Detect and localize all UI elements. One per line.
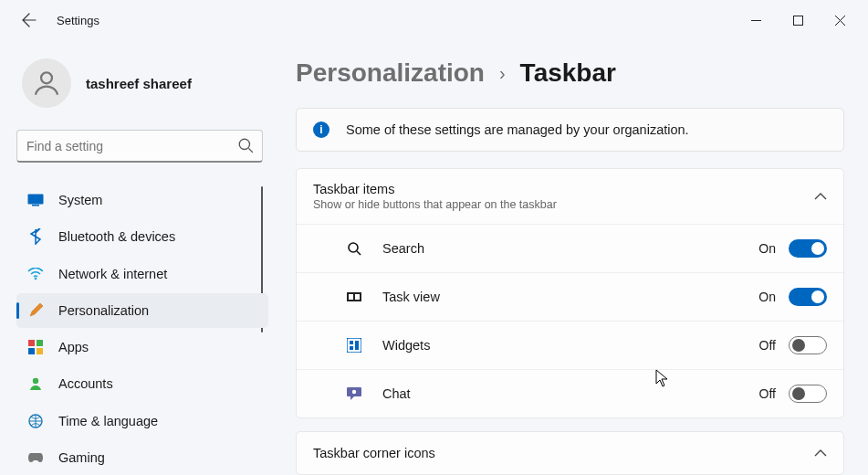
search-box[interactable] [16,130,263,163]
task-view-icon [344,290,364,303]
titlebar: Settings [0,0,868,40]
minimize-icon [751,16,761,26]
close-icon [835,16,845,26]
svg-point-10 [33,378,38,384]
sidebar-item-accounts[interactable]: Accounts [16,366,268,401]
paintbrush-icon [27,302,44,319]
svg-point-12 [349,243,358,252]
bluetooth-icon [27,228,44,245]
sidebar-item-label: Personalization [58,303,149,318]
apps-icon [27,340,44,354]
svg-rect-9 [37,348,43,354]
arrow-left-icon [22,13,37,27]
svg-rect-3 [28,195,44,205]
person-icon [31,68,62,99]
search-toggle[interactable] [789,239,827,258]
org-managed-banner: i Some of these settings are managed by … [296,108,844,152]
svg-rect-8 [28,348,35,354]
breadcrumb: Personalization › Taskbar [296,58,844,88]
sidebar-item-label: System [58,193,102,207]
svg-point-20 [352,390,356,394]
chevron-up-icon [814,188,827,205]
banner-text: Some of these settings are managed by yo… [346,122,689,137]
avatar [22,58,71,108]
search-input[interactable] [16,130,263,163]
sidebar-item-label: Accounts [58,376,113,391]
svg-rect-4 [32,205,39,206]
svg-rect-14 [349,294,353,300]
sidebar-item-bluetooth[interactable]: Bluetooth & devices [16,219,268,254]
svg-rect-16 [347,338,361,353]
sidebar-item-label: Time & language [58,414,158,428]
svg-rect-18 [355,341,359,350]
svg-rect-19 [350,346,353,350]
task-view-toggle[interactable] [789,288,827,306]
maximize-button[interactable] [777,5,819,35]
sidebar-item-apps[interactable]: Apps [16,330,268,364]
chat-toggle[interactable] [789,385,827,403]
svg-rect-7 [37,340,43,346]
nav: System Bluetooth & devices Network & int… [16,183,268,475]
sidebar-item-network[interactable]: Network & internet [16,257,268,291]
breadcrumb-parent[interactable]: Personalization [296,58,485,88]
taskbar-items-header[interactable]: Taskbar items Show or hide buttons that … [297,169,843,224]
row-search: Search On [297,224,843,272]
widgets-toggle[interactable] [789,336,827,354]
accounts-icon [27,376,44,391]
user-name: tashreef shareef [86,76,192,91]
row-task-view: Task view On [297,272,843,321]
sidebar-item-system[interactable]: System [16,183,268,217]
taskbar-corner-icons-header[interactable]: Taskbar corner icons [297,432,843,474]
row-chat: Chat Off [297,369,843,417]
chevron-right-icon: › [499,63,506,84]
system-icon [27,194,44,206]
toggle-state: On [758,241,776,256]
row-label: Widgets [382,338,430,353]
section-title: Taskbar corner icons [313,446,435,460]
close-button[interactable] [819,5,861,35]
sidebar-item-personalization[interactable]: Personalization [16,293,268,328]
sidebar-item-label: Gaming [58,450,105,465]
search-icon [344,241,364,256]
maximize-icon [793,16,803,26]
section-title: Taskbar items [313,182,557,196]
chat-icon [344,386,364,401]
app-title: Settings [57,14,99,27]
section-subtitle: Show or hide buttons that appear on the … [313,198,557,211]
sidebar-item-time-language[interactable]: Time & language [16,404,268,438]
main-content: Personalization › Taskbar i Some of thes… [277,40,868,475]
sidebar-item-label: Bluetooth & devices [58,229,175,244]
svg-rect-6 [28,340,35,346]
sidebar: tashreef shareef System Bluetooth & devi… [0,40,277,475]
chevron-up-icon [814,445,827,461]
toggle-state: Off [759,338,776,353]
svg-point-2 [239,139,249,149]
toggle-state: On [758,290,776,304]
svg-rect-15 [355,294,360,300]
svg-point-1 [41,72,52,83]
sidebar-item-label: Network & internet [58,267,167,281]
svg-rect-17 [350,341,353,344]
back-button[interactable] [15,5,44,35]
minimize-button[interactable] [735,5,777,35]
page-title: Taskbar [520,58,616,88]
row-label: Task view [382,290,440,304]
row-label: Search [382,241,424,256]
profile[interactable]: tashreef shareef [16,58,268,108]
info-icon: i [313,121,329,138]
row-label: Chat [382,386,411,401]
taskbar-corner-icons-section: Taskbar corner icons [296,431,844,475]
taskbar-items-section: Taskbar items Show or hide buttons that … [296,168,844,418]
globe-icon [27,414,44,428]
row-widgets: Widgets Off [297,321,843,369]
gaming-icon [27,451,44,464]
toggle-state: Off [759,386,776,401]
wifi-icon [27,268,44,280]
search-icon [237,137,254,157]
sidebar-item-label: Apps [58,340,89,354]
svg-rect-0 [793,16,802,25]
widgets-icon [344,338,364,353]
sidebar-item-gaming[interactable]: Gaming [16,440,268,475]
svg-point-5 [35,277,37,280]
